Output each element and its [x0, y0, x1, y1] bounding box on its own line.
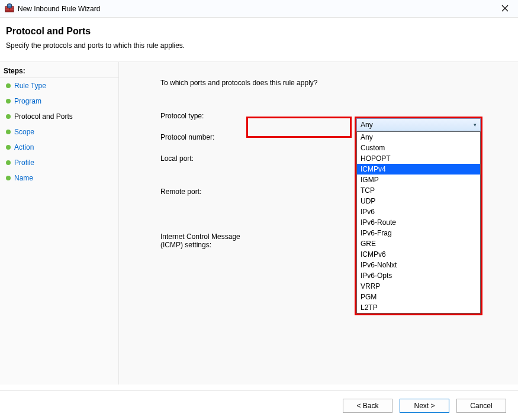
- wizard-footer: < Back Next > Cancel: [0, 390, 518, 420]
- back-button[interactable]: < Back: [343, 399, 392, 413]
- firewall-icon: [5, 3, 14, 14]
- step-label: Profile: [14, 159, 34, 167]
- close-icon: [501, 5, 509, 12]
- protocol-number-label: Protocol number:: [160, 132, 250, 141]
- protocol-option-tcp[interactable]: TCP: [357, 185, 480, 196]
- remote-port-label: Remote port:: [160, 186, 250, 196]
- step-label: Program: [14, 97, 41, 105]
- icmp-settings-label: Internet Control Message (ICMP) settings…: [160, 231, 250, 249]
- chevron-down-icon: ▾: [474, 122, 477, 128]
- protocol-type-selected-text: Any: [361, 121, 373, 129]
- close-button[interactable]: [497, 2, 513, 15]
- step-label: Action: [14, 143, 34, 151]
- local-port-label: Local port:: [160, 153, 250, 163]
- step-bullet-icon: [6, 130, 11, 134]
- step-program[interactable]: Program: [0, 93, 118, 109]
- wizard-body: Steps: Rule TypeProgramProtocol and Port…: [0, 62, 518, 385]
- step-protocol-and-ports: Protocol and Ports: [0, 109, 118, 124]
- step-label: Name: [14, 174, 33, 182]
- step-bullet-icon: [6, 114, 11, 119]
- step-label: Rule Type: [14, 82, 46, 90]
- protocol-option-vrrp[interactable]: VRRP: [357, 281, 480, 292]
- protocol-option-ipv6-nonxt[interactable]: IPv6-NoNxt: [357, 260, 480, 270]
- protocol-type-selected[interactable]: Any ▾: [356, 118, 481, 131]
- window-title: New Inbound Rule Wizard: [18, 5, 497, 13]
- protocol-option-igmp[interactable]: IGMP: [357, 175, 480, 185]
- step-bullet-icon: [6, 145, 11, 150]
- page-subtitle: Specify the protocols and ports to which…: [6, 41, 512, 50]
- titlebar: New Inbound Rule Wizard: [0, 0, 518, 18]
- highlight-protocol-dropdown: Any ▾ AnyCustomHOPOPTICMPv4IGMPTCPUDPIPv…: [355, 117, 482, 315]
- next-button[interactable]: Next >: [400, 399, 449, 413]
- protocol-option-icmpv6[interactable]: ICMPv6: [357, 249, 480, 260]
- protocol-option-l2tp[interactable]: L2TP: [357, 302, 480, 313]
- svg-rect-4: [5, 8, 9, 10]
- protocol-option-ipv6-opts[interactable]: IPv6-Opts: [357, 270, 480, 281]
- step-bullet-icon: [6, 99, 11, 104]
- protocol-option-any[interactable]: Any: [357, 132, 480, 143]
- protocol-option-ipv6-route[interactable]: IPv6-Route: [357, 217, 480, 228]
- step-bullet-icon: [6, 176, 11, 180]
- cancel-button[interactable]: Cancel: [456, 399, 506, 413]
- protocol-option-hopopt[interactable]: HOPOPT: [357, 153, 480, 164]
- step-name[interactable]: Name: [0, 170, 118, 186]
- protocol-option-custom[interactable]: Custom: [357, 143, 480, 153]
- steps-heading: Steps:: [0, 62, 118, 78]
- step-rule-type[interactable]: Rule Type: [0, 78, 118, 93]
- protocol-option-gre[interactable]: GRE: [357, 238, 480, 249]
- step-scope[interactable]: Scope: [0, 124, 118, 140]
- page-header: Protocol and Ports Specify the protocols…: [0, 18, 518, 62]
- protocol-option-ipv6-frag[interactable]: IPv6-Frag: [357, 228, 480, 238]
- page-title: Protocol and Ports: [6, 26, 512, 37]
- step-profile[interactable]: Profile: [0, 155, 118, 170]
- protocol-option-icmpv4[interactable]: ICMPv4: [357, 164, 480, 175]
- step-action[interactable]: Action: [0, 140, 118, 155]
- protocol-option-udp[interactable]: UDP: [357, 196, 480, 206]
- protocol-type-label: Protocol type:: [160, 111, 250, 120]
- steps-sidebar: Steps: Rule TypeProgramProtocol and Port…: [0, 62, 118, 385]
- main-prompt: To which ports and protocols does this r…: [160, 79, 494, 87]
- step-bullet-icon: [6, 160, 11, 165]
- protocol-option-ipv6[interactable]: IPv6: [357, 206, 480, 217]
- step-label: Protocol and Ports: [14, 112, 73, 121]
- protocol-type-options[interactable]: AnyCustomHOPOPTICMPv4IGMPTCPUDPIPv6IPv6-…: [356, 131, 481, 314]
- step-bullet-icon: [6, 83, 11, 88]
- svg-rect-5: [9, 8, 14, 10]
- protocol-option-pgm[interactable]: PGM: [357, 292, 480, 302]
- main-panel: To which ports and protocols does this r…: [118, 62, 518, 385]
- step-label: Scope: [14, 128, 34, 136]
- protocol-type-dropdown[interactable]: Any ▾ AnyCustomHOPOPTICMPv4IGMPTCPUDPIPv…: [355, 117, 482, 315]
